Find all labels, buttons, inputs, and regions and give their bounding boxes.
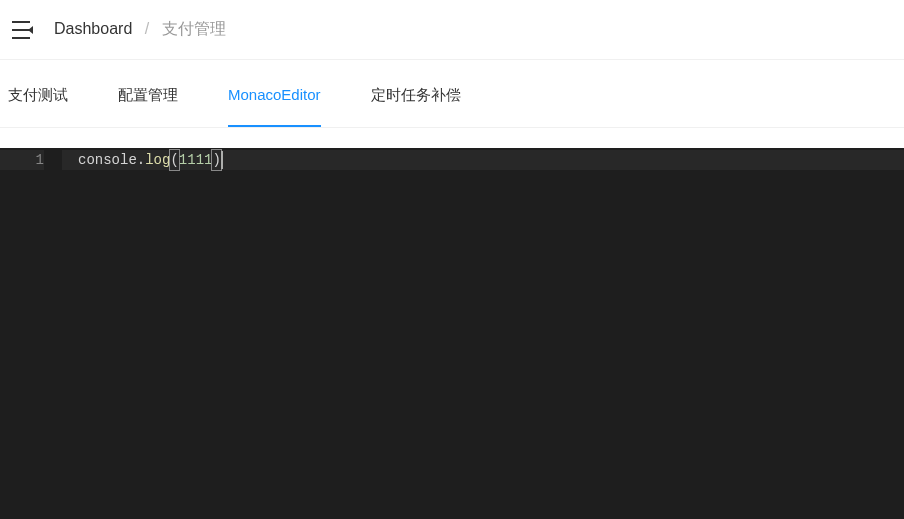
code-editor[interactable]: 1 console.log(1111) <box>0 148 904 519</box>
tab-scheduled-compensation[interactable]: 定时任务补偿 <box>371 86 461 127</box>
breadcrumb-root[interactable]: Dashboard <box>54 20 132 37</box>
tab-payment-test[interactable]: 支付测试 <box>8 86 68 127</box>
editor-cursor <box>221 151 223 169</box>
breadcrumb: Dashboard / 支付管理 <box>54 19 226 40</box>
editor-content[interactable]: console.log(1111) <box>62 148 904 519</box>
line-number: 1 <box>36 152 44 168</box>
tab-monaco-editor[interactable]: MonacoEditor <box>228 86 321 127</box>
header: Dashboard / 支付管理 <box>0 0 904 60</box>
token-method: log <box>145 150 170 170</box>
breadcrumb-separator: / <box>145 20 149 37</box>
token-number: 1111 <box>179 150 213 170</box>
tabs-bar: 支付测试 配置管理 MonacoEditor 定时任务补偿 <box>0 60 904 128</box>
breadcrumb-current: 支付管理 <box>162 20 226 37</box>
editor-gutter: 1 <box>0 148 62 519</box>
menu-toggle-icon[interactable] <box>12 21 30 39</box>
tab-config-manage[interactable]: 配置管理 <box>118 86 178 127</box>
token-dot: . <box>137 150 145 170</box>
code-line[interactable]: console.log(1111) <box>62 150 904 170</box>
token-identifier: console <box>78 150 137 170</box>
